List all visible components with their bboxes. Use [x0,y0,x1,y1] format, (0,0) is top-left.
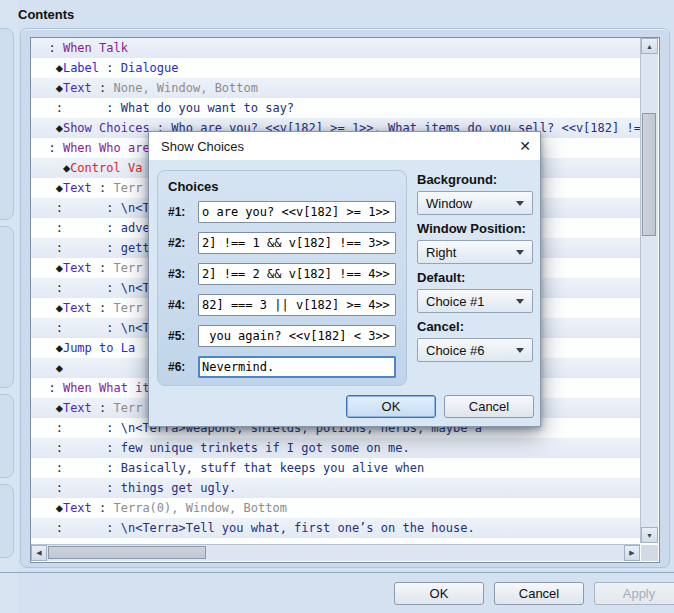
background-label: Background: [417,172,533,187]
background-selected-value: Window [426,196,516,211]
choice-input-5[interactable] [198,325,396,347]
dialog-ok-button[interactable]: OK [346,395,436,418]
window-position-selected-value: Right [426,245,516,260]
dialog-titlebar[interactable]: Show Choices ✕ [149,132,540,160]
close-icon[interactable]: ✕ [510,138,540,154]
event-command-row[interactable]: : : \n<Terra>Tell you what, first one’s … [31,518,640,538]
default-select[interactable]: Choice #1 [417,289,533,313]
choice-input-4[interactable] [198,294,396,316]
choice-row: #5: [168,325,396,347]
event-command-row[interactable]: : When Talk [31,38,640,58]
left-panel-groupbox [0,484,14,558]
dropdown-arrow-icon [516,201,524,206]
left-panel-groupbox [0,226,14,388]
choice-num-label: #2: [168,236,198,250]
event-command-row[interactable]: ◆Text : None, Window, Bottom [31,78,640,98]
scroll-down-button[interactable]: ▼ [641,527,658,543]
choices-group-label: Choices [168,179,396,194]
footer-separator [0,572,674,573]
window-position-select[interactable]: Right [417,240,533,264]
dialog-body: Choices #1:#2:#3:#4:#5:#6: Background:Wi… [149,160,540,426]
ok-button[interactable]: OK [394,582,484,605]
event-editor-window: Contents : When Talk ◆Label : Dialogue ◆… [0,0,674,613]
event-command-row[interactable]: ◆Text : Terra(0), Window, Bottom [31,498,640,518]
dialog-cancel-button[interactable]: Cancel [444,395,534,418]
cancel-label: Cancel: [417,319,533,334]
choices-groupbox: Choices #1:#2:#3:#4:#5:#6: [157,170,407,386]
choice-num-label: #5: [168,329,198,343]
default-label: Default: [417,270,533,285]
scroll-left-icon: ◀ [36,549,41,557]
choice-input-3[interactable] [198,263,396,285]
choice-input-1[interactable] [198,201,396,223]
left-panel-groupbox [0,28,14,220]
dropdown-arrow-icon [516,348,524,353]
choice-input-2[interactable] [198,232,396,254]
choice-num-label: #6: [168,360,198,374]
scrollbar-corner [641,545,658,561]
scroll-down-icon: ▼ [646,532,653,539]
h-scroll-thumb[interactable] [48,546,206,559]
background-select[interactable]: Window [417,191,533,215]
scroll-right-button[interactable]: ▶ [624,545,640,561]
scroll-up-button[interactable]: ▲ [641,38,658,54]
cancel-selected-value: Choice #6 [426,343,516,358]
event-command-row[interactable]: : : few unique trinkets if I got some on… [31,438,640,458]
event-command-row[interactable]: ◆Label : Dialogue [31,58,640,78]
dropdown-arrow-icon [516,250,524,255]
dropdown-arrow-icon [516,299,524,304]
choice-num-label: #4: [168,298,198,312]
left-panel-sliver [0,0,18,613]
default-selected-value: Choice #1 [426,294,516,309]
horizontal-scrollbar[interactable]: ◀ ▶ [31,544,640,561]
choice-row: #3: [168,263,396,285]
event-command-row[interactable]: : : Basically, stuff that keeps you aliv… [31,458,640,478]
show-choices-dialog: Show Choices ✕ Choices #1:#2:#3:#4:#5:#6… [148,131,541,427]
cancel-button[interactable]: Cancel [494,582,584,605]
v-scroll-thumb[interactable] [642,113,656,236]
contents-title: Contents [18,7,74,22]
event-command-row[interactable]: : : What do you want to say? [31,98,640,118]
choice-row: #6: [168,356,396,378]
choice-input-6[interactable] [198,356,396,378]
choice-num-label: #1: [168,205,198,219]
choice-row: #2: [168,232,396,254]
cancel-select[interactable]: Choice #6 [417,338,533,362]
apply-button[interactable]: Apply [594,582,674,605]
choice-row: #1: [168,201,396,223]
scroll-right-icon: ▶ [629,549,634,557]
choice-num-label: #3: [168,267,198,281]
window-position-label: Window Position: [417,221,533,236]
dialog-title: Show Choices [149,139,510,154]
event-command-row[interactable]: : : things get ugly. [31,478,640,498]
choice-row: #4: [168,294,396,316]
scroll-left-button[interactable]: ◀ [31,545,47,561]
dialog-options-column: Background:WindowWindow Position:RightDe… [417,166,533,362]
scroll-up-icon: ▲ [646,43,653,50]
left-panel-groupbox [0,394,14,478]
vertical-scrollbar[interactable]: ▲ ▼ [640,38,658,543]
